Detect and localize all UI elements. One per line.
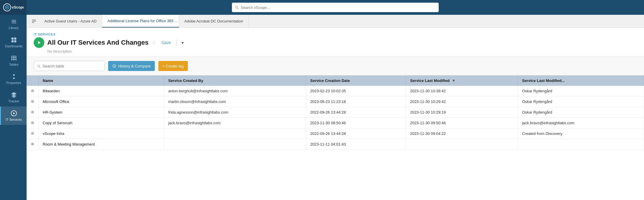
svg-point-9 xyxy=(13,78,15,79)
page-title: All Our IT Services And Changes xyxy=(47,39,149,46)
row-indicator-cell xyxy=(27,118,38,128)
row-creation-date: 2023-11-30 09:50:46 xyxy=(306,118,406,128)
row-status-indicator xyxy=(31,100,34,103)
tab-additional-license-plans[interactable]: Additional License Plans for Office 365 … xyxy=(102,15,179,28)
table-search-box[interactable] xyxy=(34,61,105,71)
data-table-wrap: Name Service Created By Service Creation… xyxy=(27,75,644,200)
row-name[interactable]: HR-System xyxy=(38,107,164,118)
row-last-modified-by: Oskar Rydengård xyxy=(518,86,644,96)
row-created-by xyxy=(164,139,306,150)
row-status-indicator xyxy=(31,132,34,135)
row-last-modified-by: Oskar Rydengård xyxy=(518,96,644,107)
row-status-indicator xyxy=(31,121,34,124)
page-category: IT SERVICES xyxy=(34,33,637,36)
play-icon xyxy=(37,41,41,45)
row-indicator-cell xyxy=(27,107,38,118)
table-row: Room & Meeting Management 2023-11-11 04:… xyxy=(27,139,644,150)
table-row: Bitwarden anton.berghult@infrasightlabs.… xyxy=(27,86,644,96)
col-name[interactable]: Name xyxy=(38,75,164,86)
create-tag-button[interactable]: + Create tag xyxy=(158,61,188,71)
row-indicator-cell xyxy=(27,86,38,96)
table-search-input[interactable] xyxy=(43,64,101,68)
vertical-divider xyxy=(176,40,177,46)
global-search-input[interactable] xyxy=(241,5,436,10)
row-last-modified xyxy=(406,139,518,150)
svg-point-8 xyxy=(13,74,15,76)
row-status-indicator xyxy=(31,89,34,92)
run-button[interactable] xyxy=(34,37,44,48)
table-row: Microsoft Office martin.olsson@infrasigh… xyxy=(27,96,644,107)
table-row: vScope Intra 2022-09-26 13:44:28 2023-11… xyxy=(27,128,644,139)
logo[interactable]: vScope xyxy=(0,0,27,15)
data-table: Name Service Created By Service Creation… xyxy=(27,75,644,150)
row-status-indicator xyxy=(31,143,34,146)
row-name[interactable]: Bitwarden xyxy=(38,86,164,96)
row-creation-date: 2022-09-26 13:44:28 xyxy=(306,107,406,118)
sidebar-item-tables[interactable]: Tables xyxy=(0,51,27,70)
row-created-by xyxy=(164,128,306,139)
row-created-by: frida.agnesson@infrasightlabs.com xyxy=(164,107,306,118)
svg-rect-7 xyxy=(14,40,16,42)
row-last-modified: 2023-11-30 10:29:19 xyxy=(406,107,518,118)
row-name[interactable]: Room & Meeting Management xyxy=(38,139,164,150)
sidebar-item-properties[interactable]: Properties xyxy=(0,70,27,88)
sidebar: vScope Library Dashboards Tables Propert… xyxy=(0,0,27,200)
table-header-row: Name Service Created By Service Creation… xyxy=(27,75,644,86)
search-icon xyxy=(235,5,239,9)
table-row: HR-System frida.agnesson@infrasightlabs.… xyxy=(27,107,644,118)
sidebar-item-it-services[interactable]: IT Services xyxy=(0,107,27,125)
dropdown-button[interactable]: ▾ xyxy=(180,39,186,47)
row-creation-date: 2023-11-11 04:01:43 xyxy=(306,139,406,150)
svg-point-2 xyxy=(6,7,8,8)
col-created-by[interactable]: Service Created By xyxy=(164,75,306,86)
tab-adobe-acrobat[interactable]: Adobe Acrobat DC Documentation xyxy=(179,15,249,28)
row-created-by: anton.berghult@infrasightlabs.com xyxy=(164,86,306,96)
page-description: No description xyxy=(47,49,637,54)
history-icon xyxy=(112,64,116,68)
sort-desc-icon: ▼ xyxy=(452,78,456,83)
tab-active-guest-users[interactable]: Active Guest Users - Azure AD xyxy=(39,15,102,28)
col-creation-date[interactable]: Service Creation Date xyxy=(306,75,406,86)
page-header: IT SERVICES All Our IT Services And Chan… xyxy=(27,28,644,57)
row-name[interactable]: vScope Intra xyxy=(38,128,164,139)
svg-rect-5 xyxy=(14,38,16,40)
row-last-modified: 2023-11-30 09:50:46 xyxy=(406,118,518,128)
row-last-modified-by: Created from Discovery xyxy=(518,128,644,139)
global-search[interactable] xyxy=(232,3,439,12)
save-button[interactable]: Save xyxy=(159,39,173,46)
row-last-modified-by: Oskar Rydengård xyxy=(518,107,644,118)
search-table-icon xyxy=(37,64,41,68)
table-row: Copy of Semrush jack.bravo@infrasightlab… xyxy=(27,118,644,128)
row-indicator-cell xyxy=(27,139,38,150)
row-last-modified: 2023-11-30 10:38:42 xyxy=(406,86,518,96)
row-last-modified: 2023-11-30 09:04:22 xyxy=(406,128,518,139)
col-indicator xyxy=(27,75,38,86)
row-name[interactable]: Microsoft Office xyxy=(38,96,164,107)
svg-marker-11 xyxy=(13,112,15,114)
col-last-modified[interactable]: Service Last Modified ▼ xyxy=(406,75,518,86)
row-created-by: jack.bravo@infrasightlabs.com xyxy=(164,118,306,128)
row-name[interactable]: Copy of Semrush xyxy=(38,118,164,128)
row-indicator-cell xyxy=(27,96,38,107)
sidebar-item-tracker[interactable]: Tracker xyxy=(0,88,27,107)
row-last-modified-by xyxy=(518,139,644,150)
row-creation-date: 2023-08-23 11:23:18 xyxy=(306,96,406,107)
sidebar-item-library[interactable]: Library xyxy=(0,15,27,33)
sidebar-item-dashboards[interactable]: Dashboards xyxy=(0,33,27,51)
main-content: Active Guest Users - Azure AD Additional… xyxy=(27,0,644,200)
row-indicator-cell xyxy=(27,128,38,139)
row-creation-date: 2022-09-26 13:44:28 xyxy=(306,128,406,139)
svg-rect-4 xyxy=(11,38,13,40)
tab-bar-icon xyxy=(29,15,39,28)
row-status-indicator xyxy=(31,111,34,114)
topbar xyxy=(27,0,644,15)
history-compare-button[interactable]: History & Compare xyxy=(108,61,155,71)
toolbar: History & Compare + Create tag xyxy=(27,57,644,75)
col-last-modified-by[interactable]: Service Last Modified... xyxy=(518,75,644,86)
row-last-modified: 2023-11-30 10:29:42 xyxy=(406,96,518,107)
favorite-icon[interactable]: ☆ xyxy=(152,39,156,46)
row-last-modified-by: jack.bravo@infrasightlabs.com xyxy=(518,118,644,128)
row-created-by: martin.olsson@infrasightlabs.com xyxy=(164,96,306,107)
svg-text:vScope: vScope xyxy=(12,5,24,9)
svg-marker-12 xyxy=(38,41,40,44)
